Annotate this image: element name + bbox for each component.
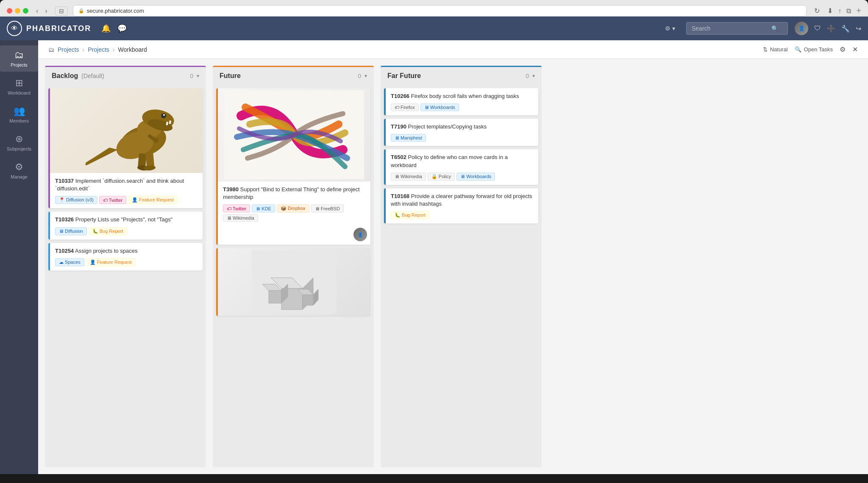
column-subtitle-backlog: (Default) — [81, 73, 104, 79]
tag-wikimedia-2[interactable]: 🖥 Wikimedia — [391, 173, 426, 181]
fullscreen-button[interactable]: ✕ — [852, 45, 858, 53]
breadcrumb-projects-link[interactable]: Projects — [58, 46, 79, 53]
column-expand-backlog-button[interactable]: ▾ — [197, 73, 199, 79]
sidebar-item-members[interactable]: 👥 Members — [0, 101, 38, 128]
notifications-bell-icon[interactable]: 🔔 — [101, 24, 111, 33]
add-icon[interactable]: ➕ — [827, 25, 835, 33]
card-tags-t10254: ☁ Spaces 👤 Feature Request — [55, 258, 198, 266]
tag-twitter-1[interactable]: 🏷 Twitter — [99, 196, 126, 204]
tag-firefox[interactable]: 🏷 Firefox — [391, 103, 419, 111]
filter-label: Open Tasks — [804, 46, 833, 53]
tag-policy[interactable]: 🔒 Policy — [428, 173, 455, 181]
tag-diffusion-v3[interactable]: 📍 Diffusion (v3) — [55, 196, 97, 204]
tag-feature-request-1[interactable]: 👤 Feature Request — [128, 196, 178, 204]
tag-maniphest[interactable]: 🖥 Maniphest — [391, 134, 426, 142]
column-expand-far-future-button[interactable]: ▾ — [532, 73, 535, 79]
breadcrumb-bar: 🗂 Projects › Projects › Workboard ⇅ Natu… — [38, 40, 868, 59]
tag-kde[interactable]: 🖥 KDE — [252, 204, 275, 212]
app-container: 👁 PHABRICATOR 🔔 💬 ⚙ ▾ 🔍 👤 🛡 ➕ 🔧 ↪ � — [0, 17, 868, 474]
breadcrumb-actions: ⇅ Natural 🔍 Open Tasks ⚙ ✕ — [763, 45, 858, 53]
card-t10266[interactable]: T10266 Firefox body scroll fails when dr… — [384, 88, 538, 115]
forward-button[interactable]: › — [42, 6, 50, 16]
sidebar-label-workboard: Workboard — [8, 90, 31, 95]
column-count-future: 0 — [358, 73, 361, 79]
search-input[interactable] — [692, 25, 768, 32]
share-icon[interactable]: ↑ — [838, 7, 841, 15]
sidebar-item-subprojects[interactable]: ⊛ Subprojects — [0, 129, 38, 156]
card-t7190[interactable]: T7190 Project templates/Copying tasks 🖥 … — [384, 119, 538, 146]
logout-icon[interactable]: ↪ — [856, 25, 861, 33]
sidebar-item-workboard[interactable]: ⊞ Workboard — [0, 73, 38, 100]
wrench-icon[interactable]: 🔧 — [841, 25, 850, 33]
tag-wikimedia-1[interactable]: 🖥 Wikimedia — [223, 214, 258, 222]
sidebar-item-projects[interactable]: 🗂 Projects — [0, 45, 38, 72]
card-t10326[interactable]: T10326 Property Lists use "Projects", no… — [48, 212, 203, 239]
column-header-far-future: Far Future 0 ▾ — [381, 67, 542, 85]
breadcrumb-projects-link-2[interactable]: Projects — [88, 46, 109, 53]
search-submit-button[interactable]: 🔍 — [771, 25, 779, 32]
board-settings-button[interactable]: ⚙ — [840, 45, 846, 53]
tag-bug-report-1[interactable]: 🐛 Bug Report — [89, 227, 127, 235]
knot-svg — [224, 90, 364, 179]
tag-twitter-2[interactable]: 🏷 Twitter — [223, 204, 250, 212]
subprojects-icon: ⊛ — [15, 134, 23, 145]
column-future: Future 0 ▾ — [213, 66, 374, 467]
sidebar-label-members: Members — [9, 118, 29, 123]
traffic-lights — [7, 8, 28, 14]
card-t3980[interactable]: T3980 Support "Bind to External Thing" t… — [216, 88, 370, 245]
refresh-button[interactable]: ↻ — [812, 6, 822, 16]
svg-marker-19 — [269, 290, 281, 303]
url-text: secure.phabricator.com — [87, 8, 144, 14]
card-t10337[interactable]: T10337 Implement `diffusion.search` and … — [48, 88, 203, 208]
sidebar-label-projects: Projects — [11, 62, 28, 67]
sort-icon: ⇅ — [763, 46, 768, 53]
column-cards-far-future: T10266 Firefox body scroll fails when dr… — [381, 85, 542, 467]
avatar[interactable]: 👤 — [795, 22, 808, 35]
sort-button[interactable]: ⇅ Natural — [763, 46, 788, 53]
sort-label: Natural — [770, 46, 788, 53]
sidebar-toggle-button[interactable]: ⊟ — [55, 6, 68, 16]
card-t10168[interactable]: T10168 Provide a clearer pathway forward… — [384, 188, 538, 223]
card-body-t10337: T10337 Implement `diffusion.search` and … — [50, 173, 203, 208]
gear-dropdown-button[interactable]: ⚙ ▾ — [661, 22, 679, 34]
sidebar-label-subprojects: Subprojects — [7, 146, 31, 151]
card-image-dino — [50, 88, 203, 173]
new-tab-button[interactable]: + — [856, 6, 861, 16]
breadcrumb-icon: 🗂 — [48, 46, 54, 53]
card-title-t10337: T10337 Implement `diffusion.search` and … — [55, 177, 198, 193]
column-title-far-future: Far Future — [387, 72, 421, 80]
main-content: 🗂 Projects › Projects › Workboard ⇅ Natu… — [38, 40, 868, 474]
tag-feature-request-2[interactable]: 👤 Feature Request — [86, 258, 136, 266]
card-title-t7190: T7190 Project templates/Copying tasks — [391, 123, 533, 131]
tag-dropbox[interactable]: 📦 Dropbox — [277, 204, 309, 212]
content-area: 🗂 Projects ⊞ Workboard 👥 Members ⊛ Subpr… — [0, 40, 868, 474]
tag-workboards-2[interactable]: 🖥 Workboards — [456, 173, 495, 181]
address-bar: 🔒 secure.phabricator.com — [73, 5, 807, 17]
breadcrumb: 🗂 Projects › Projects › Workboard — [48, 46, 147, 53]
card-tags-t6502: 🖥 Wikimedia 🔒 Policy 🖥 Workboards — [391, 173, 533, 181]
duplicate-icon[interactable]: ⧉ — [846, 7, 851, 15]
close-button[interactable] — [7, 8, 12, 14]
tag-diffusion[interactable]: 🖥 Diffusion — [55, 227, 87, 235]
projects-icon: 🗂 — [14, 50, 24, 61]
maximize-button[interactable] — [23, 8, 28, 14]
help-icon[interactable]: 🛡 — [814, 25, 821, 32]
cube-svg — [252, 250, 337, 314]
tag-bug-report-2[interactable]: 🐛 Bug Report — [391, 211, 429, 219]
sidebar-item-manage[interactable]: ⚙ Manage — [0, 157, 38, 184]
svg-marker-22 — [303, 295, 313, 305]
tag-workboards-1[interactable]: 🖥 Workboards — [420, 103, 459, 111]
minimize-button[interactable] — [15, 8, 20, 14]
column-expand-future-button[interactable]: ▾ — [364, 73, 367, 79]
download-icon[interactable]: ⬇ — [827, 7, 833, 15]
tag-freebsd[interactable]: 🖥 FreeBSD — [311, 204, 344, 212]
back-button[interactable]: ‹ — [33, 6, 41, 16]
chat-icon[interactable]: 💬 — [117, 24, 127, 33]
search-bar: 🔍 — [686, 22, 788, 35]
card-t10254[interactable]: T10254 Assign projects to spaces ☁ Space… — [48, 243, 203, 271]
tag-spaces[interactable]: ☁ Spaces — [55, 258, 84, 266]
filter-button[interactable]: 🔍 Open Tasks — [795, 46, 833, 53]
card-t6502[interactable]: T6502 Policy to define who can move card… — [384, 149, 538, 184]
card-cube[interactable] — [216, 248, 370, 316]
dino-svg — [75, 90, 177, 171]
